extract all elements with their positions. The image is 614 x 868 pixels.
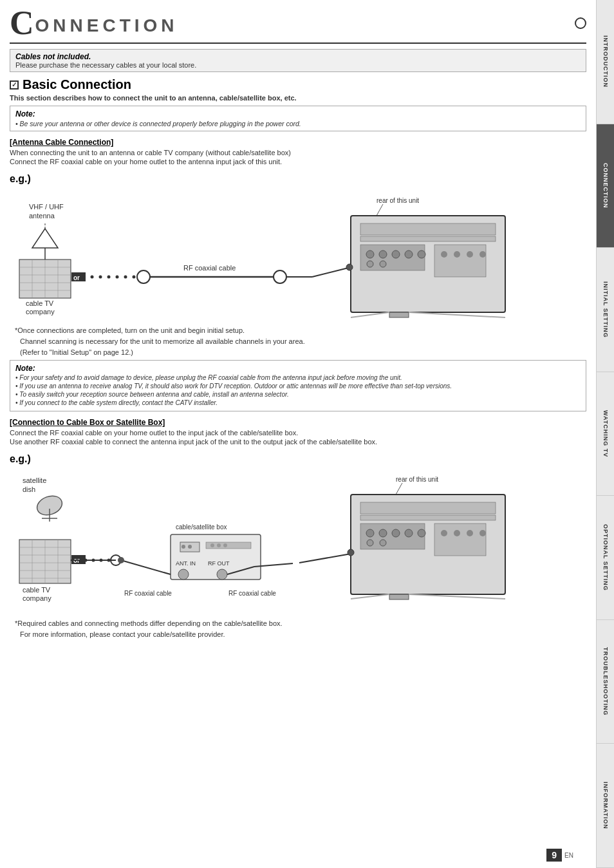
svg-point-107 [418, 529, 425, 537]
sidebar-label-connection: CONNECTION [602, 163, 609, 209]
svg-point-16 [82, 276, 86, 279]
cable-box-heading-text: [Connection to Cable Box or Satellite Bo… [10, 418, 165, 427]
cable-box-footnote1: *Required cables and connecting methods … [15, 619, 586, 627]
cables-notice-box: Cables not included. Please purchase the… [10, 49, 586, 72]
svg-point-104 [379, 529, 387, 537]
svg-point-105 [392, 529, 400, 537]
svg-line-96 [299, 554, 351, 563]
svg-point-17 [91, 276, 94, 279]
svg-text:rear of this unit: rear of this unit [377, 197, 419, 204]
sidebar-section-information[interactable]: INFORMATION [597, 744, 614, 868]
lang-label: EN [564, 852, 573, 859]
antenna-footnote1: *Once connections are completed, turn on… [15, 326, 586, 334]
svg-text:company: company [26, 308, 55, 316]
sidebar-section-optional-setting[interactable]: OPTIONAL SETTING [597, 496, 614, 620]
cable-box-diagram-svg: satellite dish cable TV company [10, 470, 563, 612]
svg-text:RF coaxial cable: RF coaxial cable [228, 590, 276, 597]
svg-point-87 [217, 569, 227, 580]
main-content: C ONNECTION Cables not included. Please … [0, 0, 596, 868]
sidebar-section-initial-setting[interactable]: INITIAL SETTING [597, 248, 614, 372]
antenna-footnote3: (Refer to "Initial Setup" on page 12.) [20, 348, 586, 356]
note-text-1: • Be sure your antenna or other device i… [15, 120, 581, 127]
antenna-line1: When connecting the unit to an antenna o… [10, 149, 586, 156]
cable-box-section-heading: [Connection to Cable Box or Satellite Bo… [10, 418, 586, 427]
svg-point-44 [467, 251, 473, 258]
svg-text:ANT. IN: ANT. IN [176, 560, 196, 567]
svg-point-40 [380, 261, 386, 267]
svg-point-89 [118, 557, 124, 563]
svg-line-49 [312, 267, 351, 277]
svg-line-116 [351, 594, 389, 599]
svg-text:RF coaxial cable: RF coaxial cable [124, 590, 172, 597]
page-number-area: 9 EN [546, 849, 573, 862]
svg-point-18 [99, 276, 102, 279]
svg-point-78 [181, 545, 185, 549]
svg-point-114 [479, 530, 486, 536]
page-wrapper: C ONNECTION Cables not included. Please … [0, 0, 614, 868]
svg-point-34 [366, 250, 374, 258]
sidebar-label-introduction: INTRODUCTION [602, 35, 609, 88]
svg-point-109 [380, 540, 386, 546]
svg-line-117 [409, 594, 505, 599]
svg-line-88 [121, 560, 171, 574]
svg-rect-31 [360, 223, 496, 235]
eg-label-2: e.g.) [10, 453, 586, 465]
svg-text:RF OUT: RF OUT [208, 560, 230, 567]
antenna-heading-text: [Antenna Cable Connection] [10, 138, 113, 147]
svg-point-26 [274, 270, 286, 283]
svg-point-108 [367, 540, 373, 546]
svg-line-48 [409, 312, 505, 317]
sidebar-section-watching-tv[interactable]: WATCHING TV [597, 372, 614, 496]
svg-point-112 [454, 530, 460, 536]
svg-text:or: or [73, 274, 80, 281]
cable-box-footnote2: For more information, please contact you… [20, 630, 586, 638]
svg-rect-32 [360, 236, 496, 241]
svg-text:cable TV: cable TV [23, 586, 51, 594]
svg-point-106 [405, 529, 413, 537]
section-title-basic: Basic Connection [23, 77, 131, 92]
svg-text:rear of this unit: rear of this unit [396, 476, 438, 483]
right-sidebar: INTRODUCTION CONNECTION INITIAL SETTING … [596, 0, 614, 868]
note-box-1: Note: • Be sure your antenna or other de… [10, 106, 586, 131]
sidebar-label-information: INFORMATION [602, 782, 609, 829]
cables-bold-text: Cables not included. [15, 52, 581, 61]
svg-text:VHF / UHF: VHF / UHF [29, 203, 64, 211]
antenna-section-heading: [Antenna Cable Connection] [10, 138, 586, 147]
svg-point-36 [392, 250, 400, 258]
svg-rect-41 [434, 245, 486, 277]
sidebar-section-introduction[interactable]: INTRODUCTION [597, 0, 614, 124]
sidebar-label-watching-tv: WATCHING TV [602, 410, 609, 457]
svg-point-81 [210, 543, 214, 547]
sidebar-label-troubleshooting: TROUBLESHOOTING [602, 647, 609, 716]
svg-rect-100 [360, 502, 496, 514]
antenna-diagram-svg: VHF / UHF antenna cable TV company [10, 190, 563, 319]
svg-point-39 [367, 261, 373, 267]
page-number: 9 [546, 849, 562, 862]
svg-point-43 [454, 251, 460, 258]
svg-rect-46 [389, 312, 409, 317]
svg-line-29 [377, 204, 383, 216]
circle-indicator [575, 17, 586, 29]
note-bullet-2-1: • If you use an antenna to receive analo… [15, 382, 581, 390]
cable-box-line2: Use another RF coaxial cable to connect … [10, 438, 586, 446]
note-box-2: Note: • For your safety and to avoid dam… [10, 360, 586, 411]
svg-point-83 [223, 543, 227, 547]
cables-sub-text: Please purchase the necessary cables at … [15, 61, 581, 69]
svg-point-38 [418, 250, 425, 258]
sidebar-label-optional-setting: OPTIONAL SETTING [602, 524, 609, 591]
svg-point-20 [116, 276, 119, 279]
svg-rect-115 [389, 594, 409, 599]
svg-point-111 [441, 530, 447, 536]
sidebar-section-troubleshooting[interactable]: TROUBLESHOOTING [597, 620, 614, 744]
svg-point-82 [217, 543, 221, 547]
svg-text:cable TV: cable TV [26, 299, 54, 307]
antenna-line2: Connect the RF coaxial cable on your hom… [10, 158, 586, 165]
note-bullet-2-0: • For your safety and to avoid damage to… [15, 374, 581, 381]
svg-point-21 [124, 276, 127, 279]
svg-point-79 [188, 545, 192, 549]
sidebar-section-connection[interactable]: CONNECTION [597, 124, 614, 249]
svg-point-50 [346, 264, 353, 270]
svg-point-103 [366, 529, 374, 537]
antenna-diagram-area: e.g.) VHF / UHF antenna cable TV c [10, 173, 586, 319]
cable-box-diagram-area: e.g.) satellite dish cable TV [10, 453, 586, 612]
